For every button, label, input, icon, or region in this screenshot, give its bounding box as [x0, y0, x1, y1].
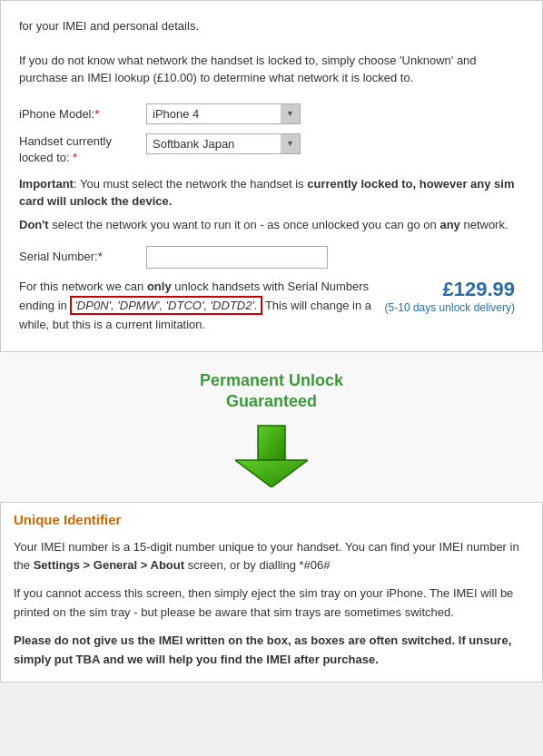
svg-rect-0 [258, 426, 285, 460]
dont-text: Don't select the network you want to run… [19, 216, 524, 234]
serial-highlight: 'DP0N', 'DPMW', 'DTCO', 'DDTD2'. [70, 296, 262, 315]
note-price-row: For this network we can only unlock hand… [19, 278, 524, 334]
iphone-model-select-wrap[interactable]: iPhone 4 iPhone 4S iPhone 5 iPhone 5S iP… [146, 103, 301, 124]
unique-section: Unique Identifier Your IMEI number is a … [0, 502, 543, 683]
unique-para-2: If you cannot access this screen, then s… [14, 584, 529, 623]
serial-left: Serial Number:* For this network we can … [19, 246, 524, 334]
price-desc: (5-10 days unlock delivery) [385, 301, 515, 314]
unique-body: Your IMEI number is a 15-digit number un… [1, 533, 542, 682]
network-info-text: If you do not know what network the hand… [19, 52, 524, 87]
network-note: For this network we can only unlock hand… [19, 278, 385, 334]
serial-section: Serial Number:* For this network we can … [19, 246, 524, 334]
iphone-model-label: iPhone Model:* [19, 107, 146, 121]
price-block: £129.99 (5-10 days unlock delivery) [385, 278, 524, 314]
handset-locked-select-wrap[interactable]: Softbank Japan Unknown AT&T Vodafone [146, 133, 301, 154]
handset-locked-row: Handset currently locked to: * Softbank … [19, 133, 524, 166]
green-arrow-icon [235, 424, 308, 487]
serial-row: Serial Number:* [19, 246, 524, 269]
unlock-section: Permanent Unlock Guaranteed [0, 352, 543, 502]
price-amount: £129.99 [385, 278, 515, 301]
important-text: Important: You must select the network t… [19, 175, 524, 211]
iphone-model-row: iPhone Model:* iPhone 4 iPhone 4S iPhone… [19, 103, 524, 124]
unlock-title: Permanent Unlock Guaranteed [0, 370, 543, 413]
unique-para-1: Your IMEI number is a 15-digit number un… [14, 538, 529, 576]
unique-identifier-header: Unique Identifier [1, 503, 542, 533]
handset-locked-label: Handset currently locked to: * [19, 133, 146, 166]
iphone-model-select[interactable]: iPhone 4 iPhone 4S iPhone 5 iPhone 5S iP… [146, 103, 301, 124]
unique-para-3: Please do not give us the IMEI written o… [14, 632, 529, 670]
main-card: for your IMEI and personal details. If y… [0, 0, 543, 352]
serial-input[interactable] [146, 246, 328, 269]
handset-locked-select[interactable]: Softbank Japan Unknown AT&T Vodafone [146, 133, 301, 154]
serial-label: Serial Number:* [19, 246, 146, 263]
intro-text: for your IMEI and personal details. [19, 17, 524, 35]
svg-marker-1 [235, 460, 308, 487]
